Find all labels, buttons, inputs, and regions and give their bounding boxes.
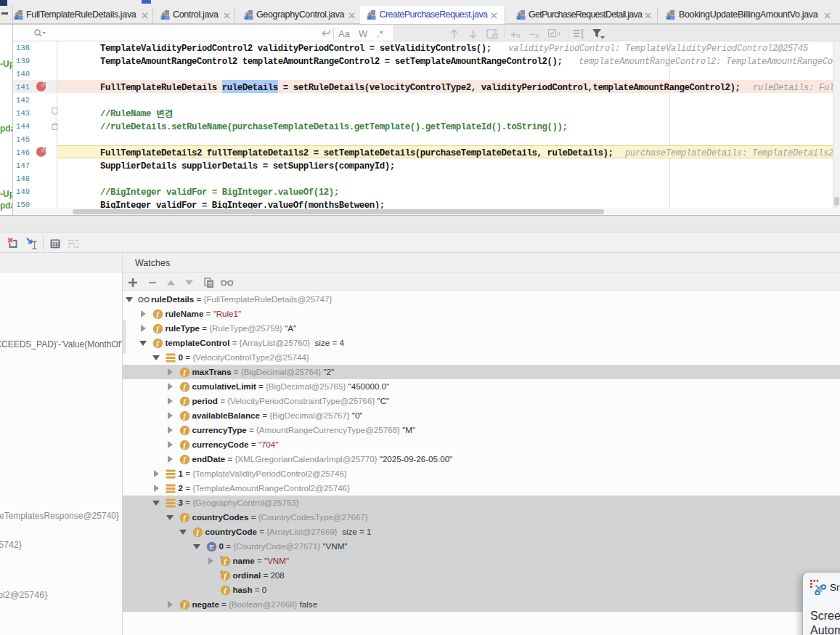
svg-text:J: J: [162, 14, 165, 20]
svg-text:J: J: [15, 14, 18, 20]
svg-text:J: J: [368, 14, 371, 20]
svg-text:J: J: [518, 14, 521, 20]
svg-text:J: J: [667, 14, 670, 20]
svg-text:E: E: [209, 543, 213, 551]
svg-text:J: J: [245, 14, 248, 20]
